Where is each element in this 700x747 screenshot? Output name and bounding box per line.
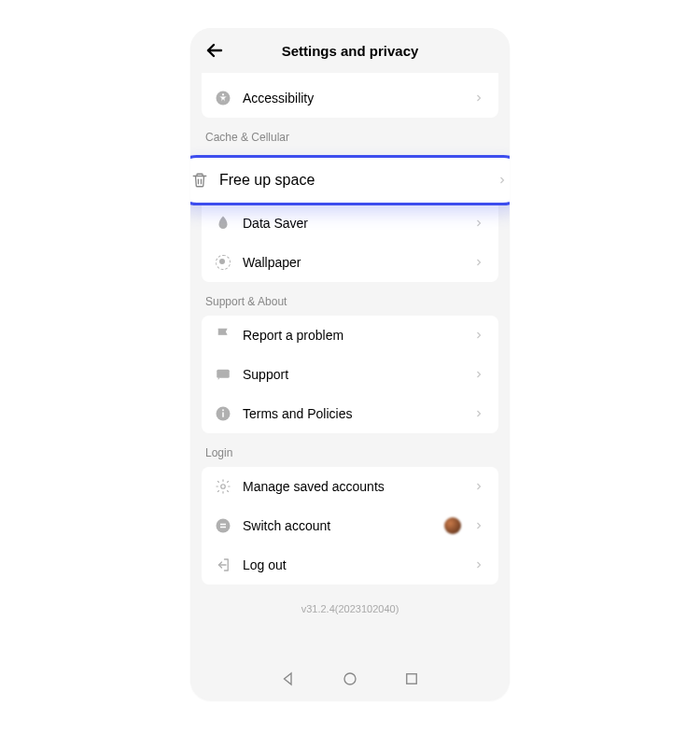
svg-rect-2 — [217, 370, 230, 378]
chevron-right-icon — [472, 92, 485, 105]
generic-icon — [215, 73, 231, 76]
settings-item-support[interactable]: Support — [202, 355, 498, 394]
flag-icon — [215, 327, 231, 344]
version-text: v31.2.4(2023102040) — [202, 585, 498, 624]
info-icon — [215, 405, 231, 422]
phone-frame: Settings and privacy Accessibility Cache… — [190, 28, 510, 700]
settings-item-free-up-space[interactable]: Free up space — [190, 155, 510, 205]
settings-item-report[interactable]: Report a problem — [202, 316, 498, 355]
settings-item-label: Manage saved accounts — [243, 479, 461, 494]
settings-item-switch-account[interactable]: Switch account — [202, 506, 498, 545]
svg-point-5 — [222, 409, 224, 411]
card-display: Accessibility — [202, 73, 498, 118]
section-label-support: Support & About — [202, 282, 498, 316]
card-support: Report a problem Support Terms and Polic — [202, 316, 498, 433]
chevron-right-icon — [472, 256, 485, 269]
settings-item-label: Data Saver — [243, 216, 461, 231]
settings-item-accessibility[interactable]: Accessibility — [202, 78, 498, 118]
data-saver-icon — [215, 215, 231, 232]
wallpaper-icon — [215, 254, 231, 271]
settings-item-wallpaper[interactable]: Wallpaper — [202, 243, 498, 282]
svg-point-1 — [222, 93, 224, 95]
content-scroll[interactable]: Accessibility Cache & Cellular Free up s… — [190, 73, 510, 635]
chevron-right-icon — [472, 558, 485, 571]
chevron-right-icon — [472, 217, 485, 230]
switch-icon — [215, 517, 231, 534]
page-title: Settings and privacy — [226, 43, 474, 59]
logout-icon — [215, 557, 231, 573]
settings-item-label: Wallpaper — [243, 255, 461, 270]
account-avatar — [444, 517, 461, 534]
settings-item-manage-accounts[interactable]: Manage saved accounts — [202, 467, 498, 506]
trash-icon — [191, 172, 208, 189]
settings-item-label: Free up space — [219, 172, 484, 189]
settings-item-terms[interactable]: Terms and Policies — [202, 394, 498, 433]
settings-item-label: Support — [243, 367, 461, 382]
settings-item-label: Report a problem — [243, 328, 461, 343]
chevron-right-icon — [472, 480, 485, 493]
svg-rect-4 — [222, 413, 224, 417]
svg-point-8 — [344, 673, 356, 684]
gear-icon — [215, 478, 231, 495]
settings-item-data-saver[interactable]: Data Saver — [202, 204, 498, 243]
system-nav-bar — [190, 670, 510, 691]
nav-recent-icon[interactable] — [403, 670, 420, 691]
svg-point-6 — [221, 485, 226, 489]
nav-back-icon[interactable] — [280, 670, 297, 691]
card-login: Manage saved accounts Switch account — [202, 467, 498, 585]
chevron-right-icon — [472, 519, 485, 532]
settings-item-logout[interactable]: Log out — [202, 545, 498, 585]
section-label-cache: Cache & Cellular — [202, 118, 498, 151]
chevron-right-icon — [472, 407, 485, 420]
chat-icon — [215, 366, 231, 383]
arrow-left-icon — [203, 39, 226, 62]
header: Settings and privacy — [190, 28, 510, 73]
accessibility-icon — [215, 90, 231, 106]
settings-item-label: Log out — [243, 557, 461, 572]
settings-item-label: Accessibility — [243, 91, 461, 106]
chevron-right-icon — [496, 174, 509, 187]
section-label-login: Login — [202, 433, 498, 467]
settings-item-label: Terms and Policies — [243, 406, 461, 421]
svg-point-7 — [217, 519, 231, 533]
nav-home-icon[interactable] — [342, 670, 358, 691]
back-button[interactable] — [203, 39, 226, 62]
chevron-right-icon — [472, 368, 485, 381]
settings-item-label: Switch account — [243, 518, 433, 533]
svg-rect-9 — [407, 674, 417, 684]
chevron-right-icon — [472, 329, 485, 342]
